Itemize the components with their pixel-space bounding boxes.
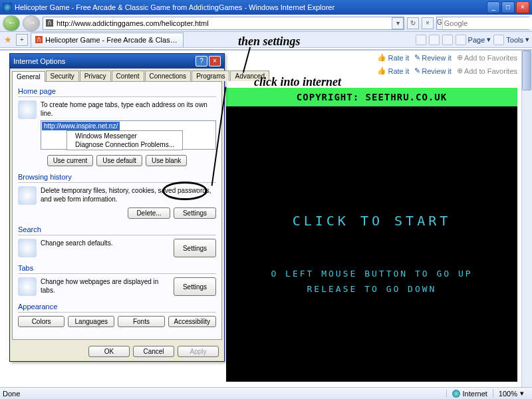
ie-icon xyxy=(3,3,12,12)
dialog-body: Home page To create home page tabs, type… xyxy=(12,81,222,340)
history-settings-button[interactable]: Settings xyxy=(174,207,216,219)
use-current-button[interactable]: Use current xyxy=(47,155,94,166)
window-titlebar: Helicopter Game - Free Arcade & Classic … xyxy=(0,0,532,15)
tabs-text: Change how webpages are displayed in tab… xyxy=(41,277,170,296)
stop-button[interactable]: × xyxy=(422,17,434,29)
appearance-label: Appearance xyxy=(18,303,57,311)
cancel-button[interactable]: Cancel xyxy=(133,346,174,357)
rate-link-2[interactable]: 👍 Rate it xyxy=(377,66,409,75)
window-title: Helicopter Game - Free Arcade & Classic … xyxy=(15,3,485,11)
search-settings-button[interactable]: Settings xyxy=(174,239,216,257)
languages-button[interactable]: Languages xyxy=(68,316,114,327)
homepage-icon xyxy=(18,100,37,119)
addfav-link-2[interactable]: ⊕ Add to Favorites xyxy=(457,66,517,75)
tab-connections[interactable]: Connections xyxy=(145,70,192,81)
rate-link-1[interactable]: 👍 Rate it xyxy=(377,53,409,62)
annotation-then-settings: then settings xyxy=(238,35,301,49)
address-dropdown[interactable]: ▾ xyxy=(392,17,404,29)
tools-menu[interactable]: Tools ▾ xyxy=(493,35,529,45)
game-start-text: CLICK TO START xyxy=(226,213,517,229)
address-bar[interactable]: 🅰 ▾ xyxy=(43,17,404,30)
page-menu-icon xyxy=(456,35,466,45)
url-input[interactable] xyxy=(55,17,392,29)
close-button[interactable]: × xyxy=(516,1,529,13)
apply-button[interactable]: Apply xyxy=(178,346,219,357)
tab-security[interactable]: Security xyxy=(46,70,79,81)
dialog-titlebar[interactable]: Internet Options ? × xyxy=(10,54,224,68)
tab-programs[interactable]: Programs xyxy=(192,70,229,81)
status-bar: Done Internet 100% ▾ xyxy=(0,387,532,399)
page-favicon: 🅰 xyxy=(43,17,55,29)
search-text: Change search defaults. xyxy=(41,239,170,257)
vertical-scrollbar[interactable] xyxy=(521,51,532,387)
tabs-icon xyxy=(18,277,37,296)
dialog-close-button[interactable]: × xyxy=(209,56,221,66)
fonts-button[interactable]: Fonts xyxy=(118,316,164,327)
tab-favicon: 🅰 xyxy=(35,36,43,44)
review-link-2[interactable]: ✎ Review it xyxy=(414,66,452,75)
addfav-link-1[interactable]: ⊕ Add to Favorites xyxy=(457,53,517,62)
add-favorite-button[interactable]: + xyxy=(16,34,28,46)
search-box[interactable]: G 🔍 xyxy=(436,17,529,30)
status-zoom[interactable]: 100% ▾ xyxy=(493,389,529,398)
dialog-tabs: General Security Privacy Content Connect… xyxy=(10,68,224,81)
accessibility-button[interactable]: Accessibility xyxy=(168,316,216,327)
dialog-title: Internet Options xyxy=(13,57,194,65)
review-link-1[interactable]: ✎ Review it xyxy=(414,53,452,62)
delete-history-button[interactable]: Delete... xyxy=(128,207,170,219)
group-appearance: Appearance Colors Languages Fonts Access… xyxy=(18,303,216,327)
refresh-button[interactable]: ↻ xyxy=(407,17,419,29)
tabs-settings-button[interactable]: Settings xyxy=(174,277,216,296)
search-group-icon xyxy=(18,239,37,257)
history-text: Delete temporary files, history, cookies… xyxy=(41,186,216,205)
tab-general[interactable]: General xyxy=(12,71,45,82)
page-action-links: 👍 Rate it ✎ Review it ⊕ Add to Favorites xyxy=(377,53,517,62)
use-default-button[interactable]: Use default xyxy=(96,155,142,166)
dialog-help-button[interactable]: ? xyxy=(196,56,207,66)
nav-toolbar: 🅰 ▾ ↻ × G 🔍 xyxy=(0,15,532,32)
homepage-url-box[interactable]: http://www.inspire.net.nz/ Windows Messe… xyxy=(41,120,216,150)
homepage-label: Home page xyxy=(18,87,56,95)
homepage-context-menu: Windows Messenger Diagnose Connection Pr… xyxy=(66,130,183,150)
scrollbar-thumb[interactable] xyxy=(522,51,531,90)
game-instruction-1: O LEFT MOUSE BUTTON TO GO UP xyxy=(226,269,517,279)
search-input[interactable] xyxy=(443,17,532,29)
page-action-links-2: 👍 Rate it ✎ Review it ⊕ Add to Favorites xyxy=(377,66,517,75)
search-provider-icon[interactable]: G xyxy=(437,17,443,29)
page-menu[interactable]: Page ▾ xyxy=(456,35,491,45)
tab-privacy[interactable]: Privacy xyxy=(80,70,111,81)
favorites-star-icon[interactable]: ★ xyxy=(3,35,13,45)
homepage-text: To create home page tabs, type each addr… xyxy=(41,100,216,118)
tabs-label: Tabs xyxy=(18,264,33,272)
group-search: Search Change search defaults. Settings xyxy=(18,225,216,257)
menu-windows-messenger[interactable]: Windows Messenger xyxy=(67,132,182,140)
group-tabs: Tabs Change how webpages are displayed i… xyxy=(18,264,216,296)
homepage-url[interactable]: http://www.inspire.net.nz/ xyxy=(42,122,120,130)
print-icon[interactable] xyxy=(442,35,453,45)
status-zone: Internet xyxy=(446,390,493,398)
use-blank-button[interactable]: Use blank xyxy=(146,155,187,166)
history-label: Browsing history xyxy=(18,173,72,181)
colors-button[interactable]: Colors xyxy=(18,316,65,327)
ok-button[interactable]: OK xyxy=(88,346,130,357)
game-copyright: COPYRIGHT: SEETHRU.CO.UK xyxy=(226,88,517,106)
history-icon xyxy=(18,186,37,205)
tab-label: Helicopter Game - Free Arcade & Classic … xyxy=(45,36,179,44)
home-icon[interactable] xyxy=(416,35,426,45)
game-flash-area[interactable]: COPYRIGHT: SEETHRU.CO.UK CLICK TO START … xyxy=(226,88,517,382)
group-homepage: Home page To create home page tabs, type… xyxy=(18,87,216,166)
internet-options-dialog: Internet Options ? × General Security Pr… xyxy=(9,53,225,362)
back-button[interactable] xyxy=(3,15,20,31)
maximize-button[interactable]: □ xyxy=(501,1,515,13)
group-history: Browsing history Delete temporary files,… xyxy=(18,173,216,219)
annotation-click-internet: click into internet xyxy=(254,75,341,89)
menu-diagnose[interactable]: Diagnose Connection Problems... xyxy=(67,140,182,149)
feeds-icon[interactable] xyxy=(429,35,440,45)
dialog-footer: OK Cancel Apply xyxy=(10,342,224,361)
tab-content[interactable]: Content xyxy=(112,70,144,81)
minimize-button[interactable]: _ xyxy=(487,1,500,13)
forward-button[interactable] xyxy=(23,15,40,31)
status-text: Done xyxy=(3,390,446,398)
globe-icon xyxy=(452,390,460,398)
browser-tab[interactable]: 🅰 Helicopter Game - Free Arcade & Classi… xyxy=(31,33,184,47)
